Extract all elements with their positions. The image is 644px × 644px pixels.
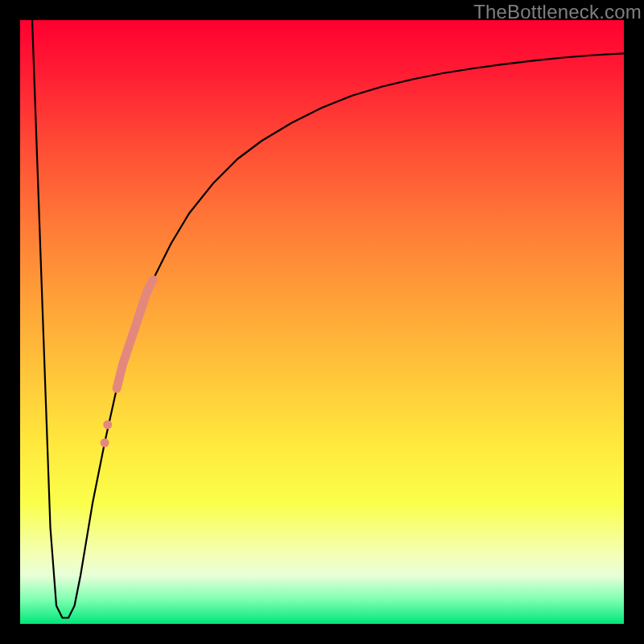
chart-container: TheBottleneck.com: [0, 0, 644, 644]
plot-area: [20, 20, 624, 624]
watermark-text: TheBottleneck.com: [473, 1, 642, 23]
highlight-dot: [103, 420, 112, 429]
bottleneck-curve: [32, 20, 624, 618]
curve-layer: [20, 20, 624, 624]
highlight-dot: [101, 439, 109, 448]
highlight-segment: [117, 280, 153, 389]
